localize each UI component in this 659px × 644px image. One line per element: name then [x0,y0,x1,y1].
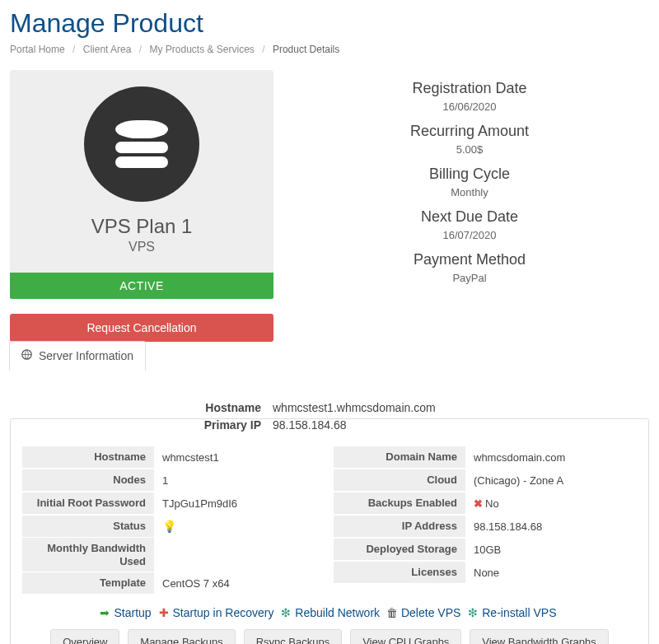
lbl-backups: Backups Enabled [334,492,465,514]
value-method: PayPal [290,272,649,284]
rsync-backups-button[interactable]: Rsync Backups [244,629,343,644]
crumb-sep: / [262,44,264,55]
lbl-rootpw: Initial Root Password [22,492,154,514]
lbl-nodes: Nodes [22,469,154,491]
button-row: Overview Manage Backups Rsync Backups Vi… [22,629,637,644]
crumb-products[interactable]: My Products & Services [149,44,254,55]
crumb-home[interactable]: Portal Home [10,44,65,55]
reinstall-icon: ❇ [467,606,479,619]
page-title: Manage Product [10,8,649,39]
lbl-bw: Monthly Bandwidth Used [22,538,154,572]
action-links: ➡Startup ✚Startup in Recovery ❇Rebuild N… [22,606,637,619]
product-name: VPS Plan 1 [23,215,260,238]
crumb-sep: / [72,44,75,55]
status-badge: ACTIVE [10,273,273,299]
link-startup[interactable]: Startup [114,606,151,619]
lbl-status: Status [22,516,154,537]
crumb-current: Product Details [273,44,339,55]
lbl-primary-ip: Primary IP [22,417,261,434]
overview-button[interactable]: Overview [50,629,119,644]
val-ip: 98.158.184.68 [465,516,637,537]
product-card: VPS Plan 1 VPS ACTIVE Request Cancellati… [10,70,273,342]
val-nodes: 1 [154,470,325,491]
lightbulb-icon: 💡 [162,520,176,533]
value-recurring: 5.00$ [290,143,649,156]
refresh-icon: ❇ [280,606,292,619]
value-due: 16/07/2020 [290,229,649,241]
tab-server-info[interactable]: Server Information [9,341,146,371]
val-domain: whmcsdomain.com [465,447,637,468]
label-recurring: Recurring Amount [290,123,649,140]
value-reg-date: 16/06/2020 [290,100,649,113]
lbl-template: Template [22,572,154,594]
label-method: Payment Method [290,251,649,268]
tab-label: Server Information [39,349,133,362]
arrow-right-icon: ➡ [99,606,110,619]
x-icon: ✖ [474,497,483,510]
plus-icon: ✚ [158,606,170,619]
val-host: whmcstest1 [154,447,325,468]
globe-icon [21,349,35,362]
val-storage: 10GB [465,539,637,560]
crumb-sep: / [139,44,142,55]
view-cpu-graphs-button[interactable]: View CPU Graphs [350,629,461,644]
link-reinstall-vps[interactable]: Re-install VPS [482,606,556,619]
lbl-hostname: Hostname [22,399,261,417]
lbl-domain: Domain Name [334,446,465,468]
val-hostname: whmcstest1.whmcsdomain.com [273,399,436,417]
database-icon [84,86,199,202]
link-delete-vps[interactable]: Delete VPS [401,606,460,619]
val-backups: No [485,497,499,510]
label-due: Next Due Date [290,208,649,226]
label-reg-date: Registration Date [290,80,649,97]
lbl-storage: Deployed Storage [334,539,465,560]
trash-icon: 🗑 [386,606,398,619]
product-category: VPS [23,240,260,254]
lbl-host: Hostname [22,446,154,468]
val-rootpw: TJpGu1Pm9dI6 [154,493,325,514]
val-licenses: None [465,562,637,583]
billing-panel: Registration Date 16/06/2020 Recurring A… [290,70,649,294]
val-bw [154,551,325,559]
lbl-ip: IP Address [334,516,465,537]
link-rebuild-network[interactable]: Rebuild Network [295,606,380,619]
lbl-cloud: Cloud [334,469,465,491]
view-bandwidth-graphs-button[interactable]: View Bandwidth Graphs [470,629,609,644]
breadcrumb: Portal Home / Client Area / My Products … [10,44,649,55]
link-startup-recovery[interactable]: Startup in Recovery [173,606,274,619]
crumb-client[interactable]: Client Area [83,44,132,55]
val-template: CentOS 7 x64 [154,573,325,594]
lbl-licenses: Licenses [334,562,465,583]
val-cloud: (Chicago) - Zone A [465,470,637,491]
manage-backups-button[interactable]: Manage Backups [128,629,235,644]
val-primary-ip: 98.158.184.68 [273,417,436,434]
value-cycle: Monthly [290,186,649,198]
label-cycle: Billing Cycle [290,166,649,183]
request-cancellation-button[interactable]: Request Cancellation [10,314,273,342]
